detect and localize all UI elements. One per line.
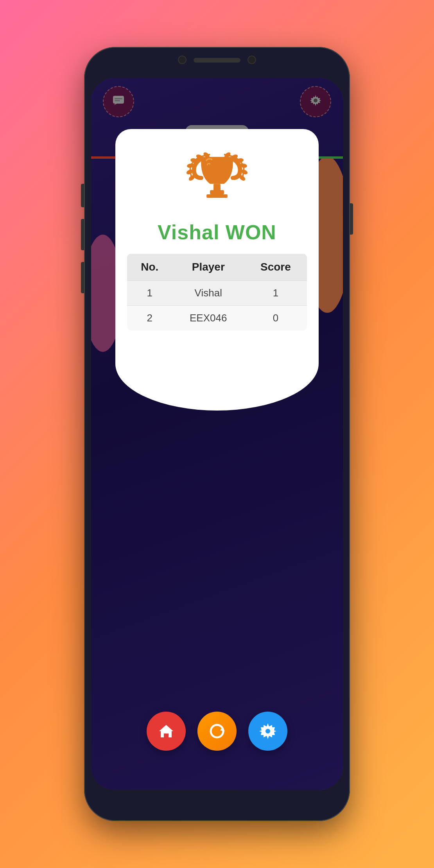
svg-rect-18	[206, 194, 228, 198]
phone-screen: 1 0	[91, 78, 343, 790]
table-row: 1 Vishal 1	[127, 281, 307, 306]
restart-button[interactable]	[197, 712, 237, 751]
col-header-no: No.	[127, 254, 172, 281]
side-button-volume-down	[81, 262, 84, 293]
score-table: No. Player Score 1 Vishal 1 2 EEX046 0	[127, 254, 307, 330]
col-header-player: Player	[172, 254, 244, 281]
side-button-volume-up	[81, 219, 84, 250]
restart-icon	[208, 722, 226, 741]
side-button-left1	[81, 184, 84, 207]
phone-speaker	[194, 58, 240, 63]
col-header-score: Score	[244, 254, 307, 281]
result-modal: Vishal WON No. Player Score 1 Vishal 1 2…	[115, 129, 319, 411]
cell-player: Vishal	[172, 281, 244, 306]
phone-camera	[178, 56, 187, 64]
settings-button[interactable]	[248, 712, 287, 751]
phone-frame: 1 0	[84, 47, 350, 821]
cell-no: 1	[127, 281, 172, 306]
bottom-action-bar	[147, 712, 287, 751]
svg-point-22	[265, 729, 270, 733]
modal-overlay: Vishal WON No. Player Score 1 Vishal 1 2…	[91, 78, 343, 790]
table-row: 2 EEX046 0	[127, 306, 307, 331]
trophy-icon	[182, 145, 252, 211]
cell-score: 1	[244, 281, 307, 306]
side-button-power	[350, 203, 353, 235]
svg-rect-19	[213, 184, 221, 191]
home-button[interactable]	[147, 712, 186, 751]
phone-camera-front	[247, 56, 256, 64]
home-icon	[157, 722, 176, 741]
cell-no: 2	[127, 306, 172, 331]
trophy-container	[182, 145, 252, 213]
cell-score: 0	[244, 306, 307, 331]
win-announcement: Vishal WON	[158, 221, 276, 244]
cell-player: EEX046	[172, 306, 244, 331]
settings-icon	[258, 722, 277, 741]
